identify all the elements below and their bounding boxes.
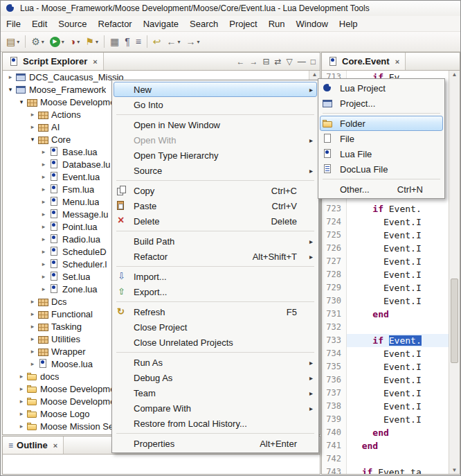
menubar-item-file[interactable]: File (1, 17, 26, 30)
expander-icon[interactable]: ▾ (28, 136, 37, 143)
code-line-736[interactable]: 736 Event.I (322, 373, 449, 387)
back-history-button[interactable]: ← (235, 56, 246, 67)
context-menu-item-compare-with[interactable]: Compare With▸ (114, 400, 317, 416)
code-text[interactable]: if Event.ta (347, 466, 449, 474)
code-line-729[interactable]: 729 Event.I (322, 281, 449, 294)
outline-toggle-button[interactable]: ≡ (133, 33, 144, 50)
maximize-button[interactable]: □ (309, 56, 317, 67)
code-text[interactable]: end (347, 308, 449, 321)
context-menu-item-debug-as[interactable]: Debug As▸ (114, 370, 317, 385)
chevron-down-icon[interactable]: ▾ (17, 39, 19, 45)
expander-icon[interactable]: ▸ (39, 285, 48, 292)
minimize-button[interactable]: — (296, 56, 307, 67)
code-text[interactable]: Event.I (347, 215, 449, 229)
editor-scrollbar[interactable]: ▲ ▼ (449, 71, 460, 474)
submenu-item-lua-project[interactable]: Lua Project (320, 80, 443, 96)
expander-icon[interactable]: ▸ (28, 335, 37, 342)
expander-icon[interactable]: ▸ (39, 261, 48, 267)
expander-icon[interactable]: ▸ (28, 123, 37, 130)
expander-icon[interactable]: ▸ (28, 298, 37, 305)
collapse-all-button[interactable]: ⊟ (261, 56, 271, 67)
code-line-726[interactable]: 726 Event.I (322, 242, 449, 255)
code-line-738[interactable]: 738 Event.I (322, 400, 449, 413)
code-text[interactable]: Event.I (347, 373, 449, 387)
expander-icon[interactable]: ▸ (39, 211, 48, 218)
expander-icon[interactable]: ▸ (39, 273, 48, 280)
scroll-up-icon[interactable]: ▲ (309, 71, 320, 78)
close-icon[interactable]: × (395, 58, 399, 66)
submenu-item-lua-file[interactable]: Lua File (320, 146, 443, 161)
expander-icon[interactable]: ▸ (39, 173, 48, 180)
last-edit-location-button[interactable]: ↩ (150, 33, 164, 50)
code-text[interactable]: Event.I (347, 387, 449, 400)
code-line-730[interactable]: 730 Event.I (322, 294, 449, 308)
expander-icon[interactable]: ▸ (39, 148, 48, 155)
code-line-735[interactable]: 735 Event.I (322, 360, 449, 373)
coverage-button[interactable]: ◑▾ (67, 33, 82, 50)
expander-icon[interactable]: ▸ (39, 161, 48, 168)
code-text[interactable]: Event.I (347, 229, 449, 242)
chevron-down-icon[interactable]: ▾ (197, 39, 200, 45)
expander-icon[interactable]: ▸ (6, 73, 15, 80)
context-menu-item-paste[interactable]: PasteCtrl+V (114, 198, 317, 213)
code-text[interactable]: Event.I (347, 255, 449, 268)
expander-icon[interactable]: ▸ (28, 111, 37, 118)
tab-core-event[interactable]: Core.Event × (322, 53, 406, 70)
code-line-732[interactable]: 732 (322, 321, 449, 334)
code-line-723[interactable]: 723 if Event. (322, 202, 449, 215)
code-text[interactable]: end (347, 426, 449, 439)
code-text[interactable]: if Event. (347, 202, 449, 215)
run-button[interactable]: ▶▾ (47, 33, 67, 50)
menubar-item-refactor[interactable]: Refactor (93, 17, 138, 30)
code-text[interactable]: Event.I (347, 281, 449, 294)
context-menu-item-open-type-hierarchy[interactable]: Open Type Hierarchy (114, 148, 317, 163)
code-line-734[interactable]: 734 Event.I (322, 347, 449, 360)
forward-history-button[interactable]: → (248, 56, 259, 67)
context-menu-item-properties[interactable]: PropertiesAlt+Enter (114, 436, 317, 451)
code-line-731[interactable]: 731 end (322, 308, 449, 321)
code-text[interactable]: Event.I (347, 413, 449, 426)
code-line-741[interactable]: 741 end (322, 439, 449, 452)
submenu-item-folder[interactable]: Folder (320, 116, 443, 131)
link-with-editor-button[interactable]: ⇄ (273, 56, 282, 67)
expander-icon[interactable]: ▸ (28, 348, 37, 355)
menubar-item-help[interactable]: Help (334, 17, 363, 30)
context-menu-item-export[interactable]: Export... (114, 284, 317, 299)
code-line-727[interactable]: 727 Event.I (322, 255, 449, 268)
expander-icon[interactable]: ▸ (28, 310, 37, 317)
code-text[interactable]: Event.I (347, 294, 449, 308)
context-menu-item-run-as[interactable]: Run As▸ (114, 355, 317, 370)
chevron-down-icon[interactable]: ▾ (42, 39, 44, 45)
close-icon[interactable]: × (53, 441, 57, 450)
mark-occurrences-button[interactable]: ▦ (107, 33, 122, 50)
menubar-item-edit[interactable]: Edit (26, 17, 53, 30)
submenu-item-project[interactable]: Project... (320, 96, 443, 111)
external-tools-button[interactable]: ⚑▾ (82, 33, 101, 50)
code-line-724[interactable]: 724 Event.I (322, 215, 449, 229)
context-menu-item-close-project[interactable]: Close Project (114, 319, 317, 335)
expander-icon[interactable]: ▸ (17, 423, 26, 430)
forward-button[interactable]: →▾ (183, 33, 203, 50)
expander-icon[interactable]: ▸ (17, 385, 26, 392)
code-line-725[interactable]: 725 Event.I (322, 229, 449, 242)
context-menu-item-source[interactable]: Source▸ (114, 163, 317, 178)
scroll-up-icon[interactable]: ▲ (449, 71, 460, 78)
context-menu-item-copy[interactable]: CopyCtrl+C (114, 183, 317, 198)
context-menu-item-go-into[interactable]: Go Into (114, 97, 317, 112)
code-text[interactable]: Event.I (347, 360, 449, 373)
code-line-737[interactable]: 737 Event.I (322, 387, 449, 400)
menubar-item-navigate[interactable]: Navigate (138, 17, 184, 30)
code-line-742[interactable]: 742 (322, 452, 449, 466)
expander-icon[interactable]: ▸ (17, 398, 26, 405)
code-line-743[interactable]: 743 if Event.ta (322, 466, 449, 474)
code-line-739[interactable]: 739 Event.I (322, 413, 449, 426)
expander-icon[interactable]: ▸ (39, 186, 48, 193)
code-text[interactable] (347, 321, 449, 334)
code-line-728[interactable]: 728 Event.I (322, 268, 449, 281)
expander-icon[interactable]: ▸ (17, 373, 26, 380)
context-menu-item-refactor[interactable]: RefactorAlt+Shift+T▸ (114, 249, 317, 264)
menubar-item-run[interactable]: Run (263, 17, 291, 30)
show-whitespace-button[interactable]: ¶ (122, 33, 133, 50)
expander-icon[interactable]: ▸ (28, 360, 37, 367)
tab-outline[interactable]: ≡ Outline × (3, 437, 64, 454)
